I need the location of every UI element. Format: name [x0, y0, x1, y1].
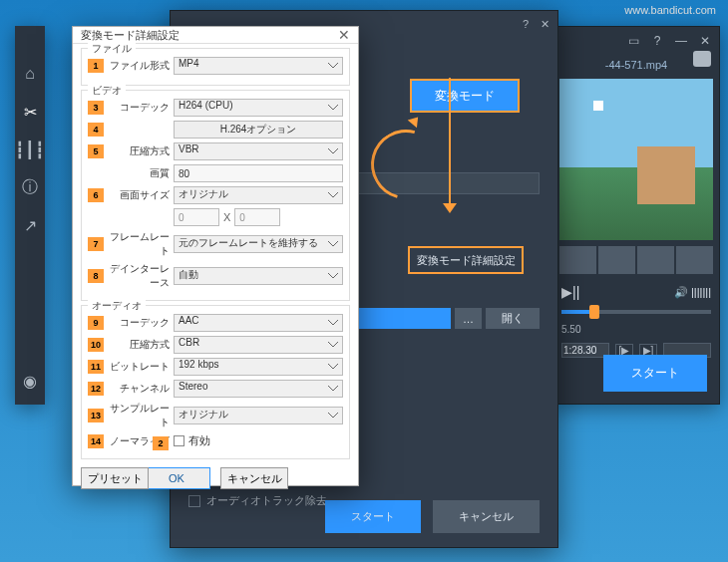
audio-compression-label: 圧縮方式	[108, 338, 170, 352]
audio-codec-label: コーデック	[108, 316, 170, 330]
compression-select[interactable]: VBR	[174, 142, 343, 160]
badge-1: 1	[88, 59, 104, 73]
close-icon[interactable]: ✕	[541, 18, 549, 31]
channel-select[interactable]: Stereo	[174, 380, 343, 398]
video-preview	[559, 79, 713, 240]
badge-10: 10	[88, 338, 104, 352]
close-icon[interactable]: ✕	[338, 27, 350, 43]
annotation-arrow-head	[443, 203, 457, 213]
badge-7: 7	[88, 237, 104, 251]
badge-2: 2	[153, 436, 169, 450]
deinterlace-label: デインターレース	[108, 262, 170, 290]
sliders-icon[interactable]: ┇┃┇	[20, 140, 40, 159]
height-input[interactable]	[234, 208, 280, 226]
cut-icon[interactable]: ✂	[20, 102, 40, 122]
advanced-settings-dialog: 変換モード詳細設定 ✕ ファイル 1 ファイル形式 MP4 ビデオ 3 コーデッ…	[72, 26, 359, 486]
home-icon[interactable]: ⌂	[20, 64, 40, 84]
domain-label: www.bandicut.com	[624, 4, 716, 16]
badge-12: 12	[88, 382, 104, 396]
deinterlace-select[interactable]: 自動	[174, 267, 343, 285]
screen-size-select[interactable]: オリジナル	[174, 186, 343, 204]
width-input[interactable]	[174, 208, 219, 226]
file-format-select[interactable]: MP4	[174, 57, 343, 75]
dialog-title: 変換モード詳細設定	[81, 28, 180, 43]
more-options-button[interactable]: …	[455, 308, 482, 329]
badge-14: 14	[88, 434, 104, 448]
video-groupbox: ビデオ 3 コーデック H264 (CPU) 4 H.264オプション 5 圧縮…	[81, 90, 350, 301]
help-icon[interactable]: ?	[649, 33, 665, 49]
channel-label: チャンネル	[108, 382, 170, 396]
normalize-checkbox[interactable]	[174, 435, 184, 446]
info-icon[interactable]: ⓘ	[20, 177, 40, 197]
bitrate-label: ビットレート	[108, 360, 170, 374]
help-icon[interactable]: ?	[523, 18, 529, 30]
bitrate-select[interactable]: 192 kbps	[174, 358, 343, 376]
start-button[interactable]: スタート	[603, 355, 707, 392]
quality-label: 画質	[108, 166, 170, 180]
badge-11: 11	[88, 360, 104, 374]
start-button[interactable]: スタート	[325, 500, 421, 533]
annotation-arrow	[449, 78, 451, 205]
left-sidebar: ⌂ ✂ ┇┃┇ ⓘ ↗ ◉	[15, 26, 45, 405]
time-in-input[interactable]	[561, 343, 609, 358]
badge-3: 3	[88, 101, 104, 115]
minimize-icon[interactable]: —	[673, 33, 689, 49]
volume-icon[interactable]: 🔊 |||||||	[674, 286, 711, 299]
file-groupbox: ファイル 1 ファイル形式 MP4	[81, 48, 350, 86]
conversion-mode-button[interactable]: 変換モード	[410, 79, 520, 113]
screen-size-label: 画面サイズ	[108, 188, 170, 202]
badge-6: 6	[88, 188, 104, 202]
share-icon[interactable]: ↗	[20, 215, 40, 235]
framerate-select[interactable]: 元のフレームレートを維持する	[174, 235, 343, 253]
badge-5: 5	[88, 144, 104, 158]
badge-4: 4	[88, 123, 104, 137]
audio-compression-select[interactable]: CBR	[174, 336, 343, 354]
badge-13: 13	[88, 409, 104, 422]
normalize-enable-label: 有効	[188, 433, 210, 448]
h264-options-button[interactable]: H.264オプション	[174, 121, 343, 139]
ok-button[interactable]: OK	[143, 467, 210, 489]
badge-8: 8	[88, 269, 104, 283]
camera-icon[interactable]	[693, 51, 711, 67]
record-icon[interactable]: ◉	[20, 371, 40, 391]
file-format-label: ファイル形式	[108, 59, 170, 73]
cancel-button[interactable]: キャンセル	[433, 500, 540, 533]
framerate-label: フレームレート	[108, 230, 170, 258]
audio-groupbox: オーディオ 9 コーデック AAC 10 圧縮方式 CBR 11 ビットレート …	[81, 305, 350, 459]
samplerate-select[interactable]: オリジナル	[174, 407, 343, 424]
total-time: 5.50	[561, 324, 580, 335]
thumbnail-strip	[559, 246, 713, 274]
browse-button[interactable]: 開く	[486, 308, 540, 329]
audio-codec-select[interactable]: AAC	[174, 314, 343, 332]
quality-input[interactable]	[174, 164, 343, 182]
preview-window: ▭ ? — ✕ -44-571.mp4 ▶|| 🔊 ||||||| 5.50 […	[552, 26, 720, 405]
timeline-slider[interactable]	[561, 310, 711, 314]
folder-icon[interactable]: ▭	[625, 33, 641, 49]
play-toggle-icon[interactable]: ▶||	[561, 284, 579, 300]
compression-label: 圧縮方式	[108, 144, 170, 158]
close-icon[interactable]: ✕	[697, 33, 713, 49]
badge-9: 9	[88, 316, 104, 330]
codec-label: コーデック	[108, 101, 170, 115]
advanced-settings-button[interactable]: 変換モード詳細設定	[408, 246, 524, 274]
cancel-button[interactable]: キャンセル	[220, 467, 288, 489]
preset-button[interactable]: プリセット	[81, 467, 149, 489]
codec-select[interactable]: H264 (CPU)	[174, 99, 343, 117]
samplerate-label: サンプルレート	[108, 402, 170, 429]
